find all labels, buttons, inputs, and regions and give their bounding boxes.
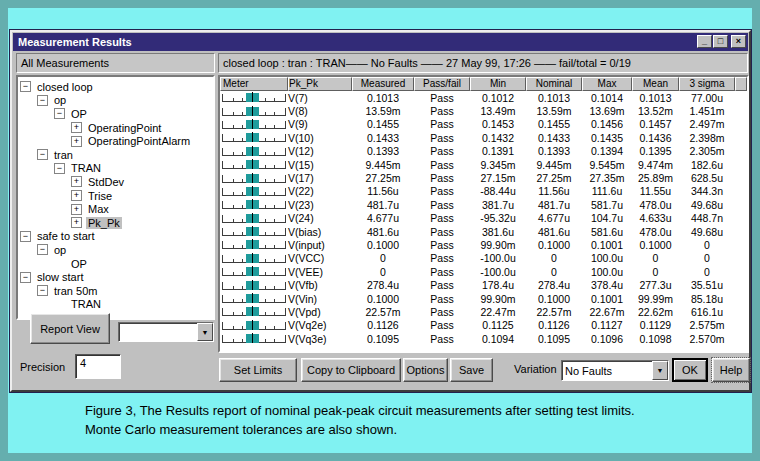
close-icon[interactable]: ×: [731, 35, 746, 48]
collapse-icon[interactable]: −: [20, 81, 31, 92]
expand-icon[interactable]: +: [71, 122, 82, 133]
tree-item-op[interactable]: OP: [18, 257, 213, 271]
column-header-3sigma[interactable]: 3 sigma: [679, 77, 735, 91]
tree-item-tran[interactable]: TRAN: [18, 298, 213, 312]
maximize-icon[interactable]: □: [713, 35, 728, 48]
table-row[interactable]: V(15)9.445mPass9.345m9.445m9.545m9.474m1…: [220, 158, 747, 171]
copy-to-clipboard-button[interactable]: Copy to Clipboard: [301, 358, 401, 382]
table-row[interactable]: V(10)0.1433Pass0.14320.14330.14350.14362…: [220, 131, 747, 144]
precision-input[interactable]: 4: [75, 354, 121, 379]
column-header-nominal[interactable]: Nominal: [526, 77, 582, 91]
expand-icon[interactable]: +: [71, 136, 82, 147]
tree-item-label[interactable]: Max: [86, 203, 111, 215]
cell-min: 178.4u: [470, 279, 526, 291]
collapse-icon[interactable]: −: [20, 272, 31, 283]
tree-item-label[interactable]: Pk_Pk: [86, 217, 122, 229]
chevron-down-icon[interactable]: ▼: [652, 361, 668, 380]
help-button[interactable]: Help: [712, 358, 750, 382]
expand-icon[interactable]: +: [71, 204, 82, 215]
tree-item-label[interactable]: StdDev: [86, 176, 126, 188]
row-name: V(Vfb): [288, 279, 352, 291]
table-row[interactable]: V(Vin)0.1000Pass99.90m0.10000.100199.99m…: [220, 292, 747, 305]
column-header-meter[interactable]: Meter: [220, 77, 288, 91]
tree-item-label[interactable]: OperatingPoint: [86, 122, 163, 134]
tree-item-pk-pk[interactable]: +Pk_Pk: [18, 216, 213, 230]
table-row[interactable]: V(7)0.1013Pass0.10120.10130.10140.101377…: [220, 91, 747, 104]
tree-item-max[interactable]: +Max: [18, 202, 213, 216]
table-row[interactable]: V(8)13.59mPass13.49m13.59m13.69m13.52m1.…: [220, 104, 747, 117]
tree-item-label[interactable]: TRAN: [69, 162, 103, 174]
column-header-mean[interactable]: Mean: [632, 77, 679, 91]
tree-item-label[interactable]: op: [52, 244, 68, 256]
measurement-tree[interactable]: −closed loop−op−OP+OperatingPoint+Operat…: [16, 75, 215, 320]
tree-item-label[interactable]: safe to start: [35, 230, 96, 242]
table-row[interactable]: V(Vpd)22.57mPass22.47m22.57m22.67m22.62m…: [220, 305, 747, 318]
meter-icon: [220, 252, 288, 265]
tree-item-operatingpoint[interactable]: +OperatingPoint: [18, 121, 213, 135]
set-limits-button[interactable]: Set Limits: [219, 358, 297, 382]
column-header-max[interactable]: Max: [582, 77, 632, 91]
table-row[interactable]: V(12)0.1393Pass0.13910.13930.13940.13952…: [220, 145, 747, 158]
tree-item-label[interactable]: TRAN: [69, 298, 103, 310]
tree-item-stddev[interactable]: +StdDev: [18, 175, 213, 189]
cell-3sigma: 35.51u: [679, 279, 735, 291]
column-header-pkpk[interactable]: Pk_Pk: [288, 77, 352, 91]
cell-passfail: Pass: [414, 132, 470, 144]
expand-icon[interactable]: +: [71, 217, 82, 228]
chevron-down-icon[interactable]: ▼: [197, 323, 213, 341]
tree-item-label[interactable]: OP: [69, 108, 89, 120]
window-titlebar[interactable]: Measurement Results _ □ ×: [13, 33, 748, 51]
expand-icon[interactable]: +: [71, 176, 82, 187]
table-row[interactable]: V(Vq2e)0.1126Pass0.11250.11260.11270.112…: [220, 319, 747, 332]
column-header-measured[interactable]: Measured: [352, 77, 414, 91]
options-button[interactable]: Options: [403, 358, 448, 382]
tree-item-label[interactable]: slow start: [35, 271, 85, 283]
cell-max: 0.1435: [582, 132, 632, 144]
report-view-combobox[interactable]: ▼: [118, 322, 214, 342]
collapse-icon[interactable]: −: [54, 163, 65, 174]
tree-item-tran-50m[interactable]: −tran 50m: [18, 284, 213, 298]
ok-button[interactable]: OK: [672, 358, 708, 382]
tree-item-label[interactable]: op: [52, 94, 68, 106]
collapse-icon[interactable]: −: [37, 285, 48, 296]
save-button[interactable]: Save: [450, 358, 493, 382]
tree-item-tran[interactable]: −tran: [18, 148, 213, 162]
collapse-icon[interactable]: −: [20, 231, 31, 242]
table-row[interactable]: V(input)0.1000Pass99.90m0.10000.10010.10…: [220, 238, 747, 251]
tree-item-label[interactable]: OP: [69, 258, 89, 270]
table-row[interactable]: V(24)4.677uPass-95.32u4.677u104.7u4.633u…: [220, 212, 747, 225]
table-row[interactable]: V(17)27.25mPass27.15m27.25m27.35m25.89m6…: [220, 171, 747, 184]
tree-item-op[interactable]: −OP: [18, 107, 213, 121]
tree-item-closed-loop[interactable]: −closed loop: [18, 80, 213, 94]
table-row[interactable]: V(23)481.7uPass381.7u481.7u581.7u478.0u4…: [220, 198, 747, 211]
table-row[interactable]: V(Vfb)278.4uPass178.4u278.4u378.4u277.3u…: [220, 278, 747, 291]
collapse-icon[interactable]: −: [37, 149, 48, 160]
tree-item-label[interactable]: Trise: [86, 190, 114, 202]
expand-icon[interactable]: +: [71, 190, 82, 201]
tree-item-label[interactable]: tran 50m: [52, 285, 99, 297]
table-row[interactable]: V(bias)481.6uPass381.6u481.6u581.6u478.0…: [220, 225, 747, 238]
collapse-icon[interactable]: −: [37, 95, 48, 106]
variation-combobox[interactable]: No Faults ▼: [561, 360, 669, 381]
tree-item-op[interactable]: −op: [18, 243, 213, 257]
tree-item-op[interactable]: −op: [18, 94, 213, 108]
tree-item-label[interactable]: closed loop: [35, 81, 95, 93]
column-header-passfail[interactable]: Pass/fail: [414, 77, 470, 91]
tree-item-slow-start[interactable]: −slow start: [18, 270, 213, 284]
tree-item-label[interactable]: OperatingPointAlarm: [86, 135, 192, 147]
table-row[interactable]: V(Vq3e)0.1095Pass0.10940.10950.10960.109…: [220, 332, 747, 345]
table-row[interactable]: V(9)0.1455Pass0.14530.14550.14560.14572.…: [220, 118, 747, 131]
tree-item-label[interactable]: tran: [52, 149, 75, 161]
tree-item-trise[interactable]: +Trise: [18, 189, 213, 203]
table-row[interactable]: V(22)11.56uPass-88.44u11.56u111.6u11.55u…: [220, 185, 747, 198]
column-header-min[interactable]: Min: [470, 77, 526, 91]
table-row[interactable]: V(VEE)0Pass-100.0u0100.0u00: [220, 265, 747, 278]
collapse-icon[interactable]: −: [37, 244, 48, 255]
minimize-icon[interactable]: _: [697, 35, 712, 48]
report-view-button[interactable]: Report View: [30, 313, 110, 344]
tree-item-operatingpointalarm[interactable]: +OperatingPointAlarm: [18, 134, 213, 148]
tree-item-safe-to-start[interactable]: −safe to start: [18, 230, 213, 244]
table-row[interactable]: V(VCC)0Pass-100.0u0100.0u00: [220, 252, 747, 265]
tree-item-tran[interactable]: −TRAN: [18, 162, 213, 176]
collapse-icon[interactable]: −: [54, 108, 65, 119]
